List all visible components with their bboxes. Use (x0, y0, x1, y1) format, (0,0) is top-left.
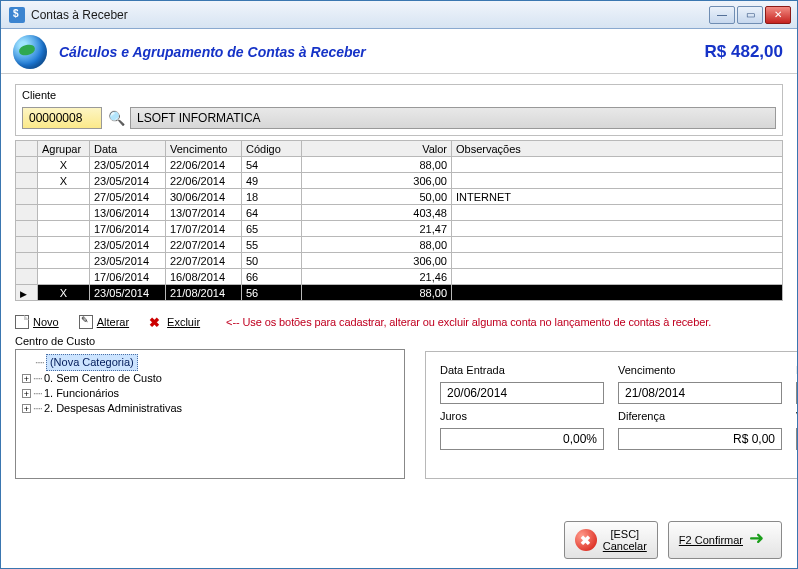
alterar-button[interactable]: Alterar (79, 315, 129, 329)
diferenca-input[interactable] (618, 428, 782, 450)
summary-panel: Data Entrada Vencimento Multa Parcelas J… (425, 351, 798, 479)
excluir-button[interactable]: ✖ Excluir (149, 315, 200, 329)
table-row[interactable]: 27/05/201430/06/20141850,00INTERNET (16, 189, 783, 205)
lbl-diferenca: Diferença (618, 410, 782, 422)
excluir-label: Excluir (167, 316, 200, 328)
page-title: Cálculos e Agrupamento de Contas à Receb… (59, 44, 705, 60)
tree-item[interactable]: +·····2. Despesas Administrativas (18, 401, 402, 416)
cost-center-label: Centro de Custo (15, 335, 405, 347)
table-row[interactable]: 23/05/201422/07/201450306,00 (16, 253, 783, 269)
client-group: Cliente 🔍 (15, 84, 783, 136)
expand-icon[interactable]: + (22, 404, 31, 413)
row-selector-header (16, 141, 38, 157)
novo-label: Novo (33, 316, 59, 328)
tree-item[interactable]: +·····0. Sem Centro de Custo (18, 371, 402, 386)
globe-icon (13, 35, 47, 69)
confirm-button[interactable]: F2 Confirmar (668, 521, 782, 559)
novo-button[interactable]: Novo (15, 315, 59, 329)
client-code-input[interactable] (22, 107, 102, 129)
maximize-button[interactable]: ▭ (737, 6, 763, 24)
cancel-icon: ✖ (575, 529, 597, 551)
table-row[interactable]: X23/05/201421/08/20145688,00 (16, 285, 783, 301)
table-row[interactable]: 13/06/201413/07/201464403,48 (16, 205, 783, 221)
minimize-button[interactable]: — (709, 6, 735, 24)
data-entrada-input[interactable] (440, 382, 604, 404)
client-name-input[interactable] (130, 107, 776, 129)
cancel-line2: Cancelar (603, 540, 647, 552)
expand-icon[interactable]: + (22, 389, 31, 398)
window-title: Contas à Receber (31, 8, 709, 22)
col-obs[interactable]: Observações (452, 141, 783, 157)
tree-item[interactable]: ·····(Nova Categoria) (18, 354, 402, 371)
lbl-vencimento: Vencimento (618, 364, 782, 376)
col-valor[interactable]: Valor (302, 141, 452, 157)
close-button[interactable]: ✕ (765, 6, 791, 24)
col-agrupar[interactable]: Agrupar (38, 141, 90, 157)
lbl-data-entrada: Data Entrada (440, 364, 604, 376)
col-vencimento[interactable]: Vencimento (166, 141, 242, 157)
confirm-icon (749, 529, 771, 551)
page-amount: R$ 482,00 (705, 42, 783, 62)
client-legend: Cliente (22, 89, 56, 101)
table-row[interactable]: 17/06/201417/07/20146521,47 (16, 221, 783, 237)
lbl-juros: Juros (440, 410, 604, 422)
expand-icon[interactable]: + (22, 374, 31, 383)
cost-center-tree[interactable]: ·····(Nova Categoria)+·····0. Sem Centro… (15, 349, 405, 479)
table-row[interactable]: 17/06/201416/08/20146621,46 (16, 269, 783, 285)
accounts-grid[interactable]: Agrupar Data Vencimento Código Valor Obs… (15, 140, 783, 301)
action-row: Novo Alterar ✖ Excluir <-- Use os botões… (15, 315, 783, 329)
action-hint: <-- Use os botões para cadastrar, altera… (226, 316, 711, 328)
app-icon (9, 7, 25, 23)
delete-icon: ✖ (149, 315, 163, 329)
juros-input[interactable] (440, 428, 604, 450)
col-codigo[interactable]: Código (242, 141, 302, 157)
page-header: Cálculos e Agrupamento de Contas à Receb… (1, 29, 797, 74)
confirm-label: F2 Confirmar (679, 534, 743, 546)
vencimento-input[interactable] (618, 382, 782, 404)
window-titlebar: Contas à Receber — ▭ ✕ (1, 1, 797, 29)
table-row[interactable]: 23/05/201422/07/20145588,00 (16, 237, 783, 253)
tree-item[interactable]: +·····1. Funcionários (18, 386, 402, 401)
edit-icon (79, 315, 93, 329)
table-row[interactable]: X23/05/201422/06/20145488,00 (16, 157, 783, 173)
alterar-label: Alterar (97, 316, 129, 328)
cancel-line1: [ESC] (610, 528, 639, 540)
new-icon (15, 315, 29, 329)
cancel-button[interactable]: ✖ [ESC] Cancelar (564, 521, 658, 559)
table-row[interactable]: X23/05/201422/06/201449306,00 (16, 173, 783, 189)
col-data[interactable]: Data (90, 141, 166, 157)
search-icon[interactable]: 🔍 (106, 108, 126, 128)
